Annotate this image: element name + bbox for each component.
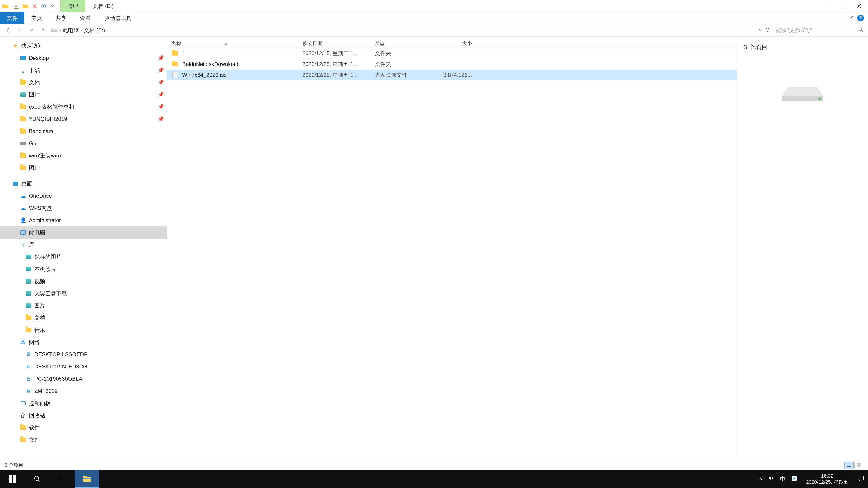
tree-item[interactable]: 音乐 — [0, 324, 166, 336]
tree-item[interactable]: 图片📌 — [0, 89, 166, 101]
tree-item[interactable]: 视频 — [0, 275, 166, 287]
tree-item[interactable]: 🖥DESKTOP-LSSOEDP — [0, 348, 166, 361]
clock-date: 2020/12/25, 星期五 — [806, 479, 848, 485]
view-icons-button[interactable] — [855, 462, 864, 469]
nav-forward-button[interactable] — [14, 26, 25, 35]
tree-item[interactable]: 桌面 — [0, 177, 166, 190]
close-button[interactable] — [856, 3, 862, 9]
tree-item[interactable]: 🖥ZMT2019 — [0, 385, 166, 397]
qat-new-folder-icon[interactable] — [22, 2, 29, 10]
tree-item-label: YUNQISHI2019 — [29, 116, 67, 122]
address-dropdown-icon[interactable] — [759, 28, 763, 32]
qat-settings-icon[interactable] — [40, 2, 47, 10]
qat-app-icon[interactable] — [2, 2, 9, 10]
sort-asc-icon[interactable]: ▲ — [224, 41, 228, 45]
tree-item[interactable]: 文档📌 — [0, 76, 166, 89]
col-size[interactable]: 大小 — [434, 40, 472, 47]
col-type[interactable]: 类型 — [375, 40, 434, 47]
tree-item[interactable]: 文档 — [0, 312, 166, 324]
svg-point-6 — [43, 5, 44, 7]
qat-dropdown-icon[interactable] — [49, 2, 56, 10]
file-row[interactable]: 12020/12/15, 星期二 1...文件夹 — [167, 48, 737, 59]
tray-overflow-icon[interactable] — [758, 476, 762, 482]
tree-item[interactable]: YUNQISHI2019📌 — [0, 113, 166, 125]
col-date[interactable]: 修改日期 — [303, 40, 375, 47]
nav-up-button[interactable] — [37, 26, 49, 35]
tree-item[interactable]: ☁WPS网盘 — [0, 202, 166, 214]
tree-item[interactable]: 👤Administrator — [0, 214, 166, 226]
chevron-right-icon[interactable]: › — [81, 28, 82, 33]
ribbon-drive-tools[interactable]: 驱动器工具 — [98, 12, 138, 24]
action-center-icon[interactable] — [858, 475, 864, 483]
taskbar-clock[interactable]: 16:32 2020/12/25, 星期五 — [803, 473, 852, 485]
search-input[interactable] — [776, 27, 856, 33]
tree-item[interactable]: 软件 — [0, 422, 166, 434]
tray-ime[interactable]: 中 — [780, 475, 785, 483]
nav-tree[interactable]: ★快速访问Desktop📌⭳下载📌文档📌图片📌excel表格制作求和📌YUNQI… — [0, 37, 167, 460]
tree-item-label: ZMT2019 — [34, 388, 58, 394]
file-row[interactable]: BaiduNetdiskDownload2020/12/25, 星期五 1...… — [167, 59, 737, 70]
recycle-bin-icon: 🗑 — [20, 412, 26, 419]
view-details-button[interactable] — [844, 462, 854, 469]
column-headers[interactable]: 名称▲ 修改日期 类型 大小 — [167, 39, 737, 48]
tree-item[interactable]: 本机照片 — [0, 263, 166, 275]
taskbar-explorer[interactable] — [74, 470, 99, 488]
tree-item-label: DESKTOP-LSSOEDP — [34, 351, 88, 358]
tree-item-label: 软件 — [29, 424, 40, 431]
tree-item[interactable]: G:\ — [0, 137, 166, 150]
tree-item[interactable]: Bandicam — [0, 125, 166, 137]
search-icon[interactable] — [858, 27, 863, 33]
refresh-icon[interactable] — [765, 27, 770, 33]
desktop-icon — [12, 181, 19, 187]
ribbon-share[interactable]: 共享 — [49, 12, 73, 24]
pc-icon — [20, 229, 26, 236]
tree-item[interactable]: ★快速访问 — [0, 40, 166, 52]
nav-back-button[interactable] — [2, 26, 13, 35]
tree-item[interactable]: 保存的图片 — [0, 251, 166, 263]
ribbon-expand-icon[interactable] — [848, 16, 853, 20]
tree-item[interactable]: 🗑回收站 — [0, 410, 166, 422]
chevron-right-icon[interactable]: › — [107, 28, 108, 33]
crumb-drive[interactable]: 文档 (E:) — [84, 27, 105, 34]
tray-security-icon[interactable] — [791, 475, 797, 483]
pin-icon: 📌 — [158, 104, 164, 110]
tab-manage[interactable]: 管理 — [60, 0, 86, 12]
chevron-right-icon[interactable]: › — [59, 28, 61, 33]
tree-item[interactable]: 控制面板 — [0, 397, 166, 410]
minimize-button[interactable] — [829, 3, 835, 9]
tree-item[interactable]: 🖥PC-20190530OBLA — [0, 373, 166, 385]
ribbon-home[interactable]: 主页 — [24, 12, 49, 24]
tree-item[interactable]: 图片 — [0, 162, 166, 174]
col-name[interactable]: 名称 — [171, 40, 181, 47]
tree-item[interactable]: 🖥DESKTOP-NJEU3CG — [0, 361, 166, 373]
tree-item[interactable]: 图片 — [0, 300, 166, 312]
pin-icon: 📌 — [158, 79, 164, 86]
taskbar-search[interactable] — [25, 470, 50, 488]
tree-item[interactable]: 🖧网络 — [0, 336, 166, 348]
tree-item[interactable]: 天翼云盘下载 — [0, 287, 166, 300]
crumb-this-pc[interactable]: 此电脑 — [63, 27, 79, 34]
tree-item-label: 桌面 — [21, 180, 32, 187]
nav-history-dropdown[interactable] — [26, 26, 37, 35]
file-row[interactable]: Win7x64_2020.iso2020/12/25, 星期五 1...光盘映像… — [167, 70, 737, 80]
tree-item[interactable]: ▥库 — [0, 238, 166, 251]
ribbon-view[interactable]: 查看 — [73, 12, 98, 24]
tray-volume-icon[interactable] — [768, 476, 774, 482]
ribbon-file[interactable]: 文件 — [0, 12, 24, 24]
maximize-button[interactable] — [842, 3, 848, 9]
search-input-wrap[interactable] — [773, 26, 866, 35]
tree-item[interactable]: win7重装win7 — [0, 150, 166, 162]
qat-delete-icon[interactable] — [31, 2, 38, 10]
tree-item[interactable]: 文件 — [0, 434, 166, 446]
tree-item[interactable]: ⭳下载📌 — [0, 64, 166, 76]
task-view-button[interactable] — [50, 470, 74, 488]
tree-item[interactable]: excel表格制作求和📌 — [0, 101, 166, 113]
tree-item[interactable]: Desktop📌 — [0, 52, 166, 64]
svg-rect-20 — [860, 464, 861, 465]
start-button[interactable] — [0, 470, 25, 488]
qat-properties-icon[interactable] — [13, 2, 20, 10]
breadcrumb[interactable]: › 此电脑 › 文档 (E:) › — [49, 27, 756, 34]
help-icon[interactable]: ? — [857, 15, 864, 22]
tree-item[interactable]: ☁OneDrive — [0, 190, 166, 202]
tree-item[interactable]: 此电脑 — [0, 226, 166, 238]
